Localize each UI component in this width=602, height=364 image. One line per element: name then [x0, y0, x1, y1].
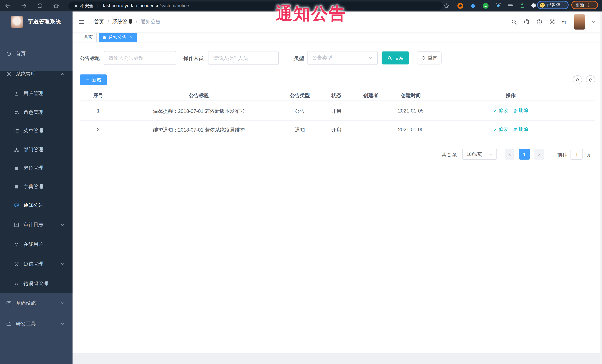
font-size-icon[interactable]: TT — [562, 19, 568, 25]
app-logo[interactable] — [11, 16, 23, 28]
breadcrumb-home[interactable]: 首页 — [94, 18, 104, 25]
page-size-value: 10条/页 — [466, 151, 482, 157]
fullscreen-icon[interactable] — [549, 19, 555, 25]
col-header-no: 序号 — [93, 92, 103, 99]
sidebar-item-posts[interactable]: 岗位管理 — [0, 160, 73, 177]
kebab-menu-icon[interactable] — [586, 2, 591, 7]
browser-update-chip[interactable]: 更新 — [571, 1, 598, 9]
search-button[interactable]: 搜索 — [382, 51, 409, 64]
extension-stack-icon[interactable] — [507, 2, 514, 9]
badge-icon — [14, 165, 19, 171]
current-page-button[interactable]: 1 — [519, 149, 530, 160]
sidebar-item-label: 岗位管理 — [23, 165, 43, 171]
chevron-down-icon — [60, 223, 65, 227]
extension-donut-icon[interactable] — [457, 2, 464, 9]
github-icon[interactable] — [524, 19, 530, 25]
extension-diamond-icon[interactable] — [495, 2, 502, 9]
page-footer-background — [73, 353, 602, 364]
delete-link[interactable]: 删除 — [513, 126, 528, 133]
operator-input[interactable] — [208, 51, 279, 65]
breadcrumb: 首页 / 系统管理 / 通知公告 — [94, 18, 161, 25]
sidebar-item-departments[interactable]: 部门管理 — [0, 141, 73, 158]
extension-sprout-icon[interactable] — [519, 2, 526, 9]
sidebar-collapse-icon[interactable] — [78, 19, 85, 25]
url-path: /system/notice — [160, 3, 189, 9]
browser-forward-icon[interactable] — [21, 3, 27, 9]
users-icon — [14, 110, 19, 115]
notice-type-select[interactable]: 公告类型 — [307, 51, 378, 65]
sidebar-item-roles[interactable]: 角色管理 — [0, 104, 73, 121]
edit-link[interactable]: 修改 — [493, 107, 508, 114]
refresh-table-button[interactable] — [586, 75, 595, 84]
delete-link[interactable]: 删除 — [513, 107, 528, 114]
cell-actions: 修改 删除 — [493, 126, 528, 133]
select-placeholder: 公告类型 — [312, 54, 332, 61]
sidebar-item-infrastructure[interactable]: 基础设施 — [0, 295, 73, 312]
edit-link[interactable]: 修改 — [493, 126, 508, 133]
tab-label: 通知公告 — [108, 34, 127, 41]
sidebar-item-menus[interactable]: 菜单管理 — [0, 122, 73, 139]
browser-home-icon[interactable] — [53, 3, 59, 9]
extension-puzzle-icon[interactable] — [530, 2, 537, 9]
extension-green-circle-icon[interactable] — [482, 2, 489, 9]
sidebar-item-sms[interactable]: 短信管理 — [0, 256, 73, 272]
sidebar-item-system[interactable]: 系统管理 — [0, 66, 73, 83]
sidebar-item-devtools[interactable]: 研发工具 — [0, 315, 73, 332]
page-size-select[interactable]: 10条/页 — [462, 149, 497, 160]
col-header-created: 创建时间 — [401, 92, 421, 99]
sidebar-item-notice[interactable]: 通知公告 — [0, 197, 73, 214]
close-icon[interactable] — [129, 35, 133, 40]
book-icon — [14, 184, 19, 190]
table-divider — [80, 139, 595, 139]
col-header-status: 状态 — [331, 92, 341, 99]
filter-type-label: 类型 — [294, 55, 304, 62]
cell-actions: 修改 删除 — [493, 107, 528, 114]
reset-button[interactable]: 重置 — [417, 51, 441, 64]
sidebar-item-dict[interactable]: 字典管理 — [0, 178, 73, 195]
svg-text:T: T — [564, 20, 567, 25]
cell-created: 2021-01-05 — [398, 108, 424, 114]
sidebar-item-error-codes[interactable]: 错误码管理 — [0, 275, 73, 292]
cell-created: 2021-01-05 — [398, 127, 424, 132]
sidebar: 芋道管理系统 首页 系统管理 用户管理 角色管理 菜单管理 部门管理 — [0, 11, 73, 364]
prev-page-button[interactable] — [505, 149, 515, 160]
plus-icon — [86, 77, 90, 82]
breadcrumb-current: 通知公告 — [140, 18, 161, 25]
goto-page-input[interactable] — [570, 149, 583, 160]
browser-reload-icon[interactable] — [37, 3, 43, 9]
tab-home[interactable]: 首页 — [80, 33, 97, 42]
profile-emoji-icon — [539, 2, 545, 8]
toggle-search-button[interactable] — [573, 75, 582, 84]
help-icon[interactable] — [536, 19, 542, 25]
page-number: 1 — [523, 151, 526, 157]
chevron-left-icon — [508, 152, 512, 156]
sidebar-item-audit-log[interactable]: 审计日志 — [0, 217, 73, 233]
sidebar-item-home[interactable]: 首页 — [0, 45, 73, 62]
search-icon — [575, 78, 580, 82]
sidebar-item-label: 基础设施 — [16, 300, 36, 307]
chevron-down-icon[interactable] — [591, 20, 596, 24]
scrollbar[interactable] — [600, 11, 602, 364]
sidebar-item-online-users[interactable]: 在线用户 — [0, 236, 73, 253]
avatar[interactable] — [574, 14, 585, 30]
add-button[interactable]: 新增 — [80, 74, 107, 85]
profile-paused-chip[interactable]: 已暂停 — [537, 1, 569, 9]
sidebar-item-users[interactable]: 用户管理 — [0, 85, 73, 102]
omnibox-divider — [97, 3, 98, 8]
notice-title-input[interactable] — [104, 51, 176, 65]
breadcrumb-system[interactable]: 系统管理 — [112, 18, 132, 25]
org-tree-icon — [14, 147, 19, 152]
tab-notice[interactable]: 通知公告 — [99, 33, 137, 42]
next-page-button[interactable] — [535, 149, 544, 160]
paused-label: 已暂停 — [547, 2, 560, 8]
search-icon[interactable] — [511, 19, 517, 25]
browser-back-icon[interactable] — [5, 3, 11, 9]
sidebar-item-label: 用户管理 — [23, 90, 43, 97]
bookmark-star-icon[interactable] — [443, 3, 450, 9]
refresh-icon — [421, 56, 426, 60]
table-divider — [80, 100, 595, 101]
extension-drop-icon[interactable] — [470, 2, 476, 9]
sidebar-item-label: 字典管理 — [23, 184, 43, 190]
chevron-down-icon — [489, 152, 493, 156]
gear-icon — [6, 71, 11, 77]
